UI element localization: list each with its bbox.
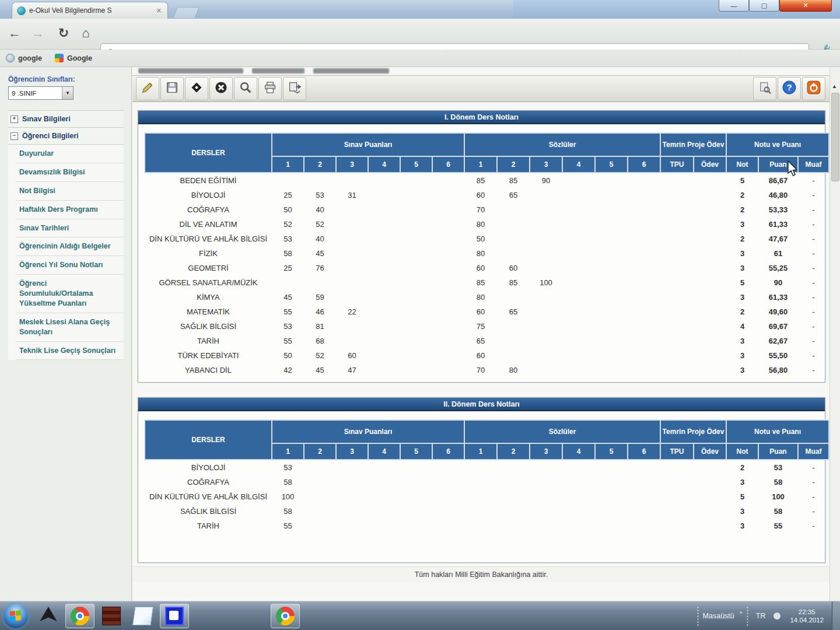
table-row: SAĞLIK BİLGİSİ58358-	[145, 504, 829, 519]
collapse-icon[interactable]: −	[10, 132, 18, 140]
toolbar-chevron-icon[interactable]: »	[740, 610, 743, 615]
sinav-score-cell	[368, 475, 400, 489]
table-row: TÜRK EDEBİYATI50526060355,50-	[145, 348, 829, 363]
sozlu-score-cell	[595, 475, 628, 489]
taskbar-app-chrome[interactable]	[65, 604, 94, 628]
sinav-score-cell	[400, 504, 432, 519]
sidebar-group-ogrenci-bilgileri[interactable]: −Öğrenci Bilgileri	[8, 128, 124, 145]
minimize-button[interactable]: —	[719, 0, 749, 12]
sidebar-item-teknik-lise-ge-i-sonu-lar-[interactable]: Teknik Lise Geçiş Sonuçları	[16, 342, 124, 360]
close-button[interactable]: ✕	[779, 0, 832, 12]
sidebar-item-haftal-k-ders-program-[interactable]: Haftalık Ders Programı	[16, 201, 124, 219]
maximize-button[interactable]: ▢	[749, 0, 779, 12]
taskbar-app-game[interactable]	[97, 604, 126, 628]
sozlu-score-cell	[497, 319, 530, 334]
sidebar-group-sinav-bilgileri[interactable]: +Sınav Bilgileri	[8, 111, 124, 128]
zoom-icon	[239, 80, 253, 97]
sinav-score-cell	[368, 246, 400, 261]
chrome-app-icon	[276, 607, 295, 625]
bookmark-item-google[interactable]: google	[6, 54, 42, 62]
expand-icon[interactable]: +	[10, 116, 18, 123]
sozlu-score-cell	[497, 504, 530, 519]
vertical-scrollbar[interactable]: ▲	[830, 67, 840, 601]
browser-tab[interactable]: e-Okul Veli Bilgilendirme S ✕	[12, 2, 168, 19]
help-button[interactable]: ?	[778, 77, 801, 100]
sidebar-item-duyurular[interactable]: Duyurular	[16, 145, 124, 163]
sidebar-item-meslek-lisesi-alana-ge-i-sonu-lar-[interactable]: Meslek Lisesi Alana Geçiş Sonuçları	[16, 313, 124, 342]
chevron-down-icon[interactable]: ▼	[62, 87, 73, 99]
sinav-score-cell: 52	[304, 348, 336, 363]
sidebar-item-s-nav-tarihleri[interactable]: Sınav Tarihleri	[16, 219, 124, 238]
sidebar-item--rencinin-ald-belgeler[interactable]: Öğrencinin Aldığı Belgeler	[16, 237, 124, 256]
scroll-up-icon[interactable]: ▲	[832, 83, 837, 89]
taskbar-app-chrome-2[interactable]	[271, 604, 300, 628]
edit-button[interactable]	[136, 77, 159, 100]
print-button[interactable]	[258, 77, 282, 100]
tab-close-icon[interactable]: ✕	[155, 7, 163, 15]
sinav-score-cell: 55	[272, 334, 304, 348]
sidebar-item-not-bilgisi[interactable]: Not Bilgisi	[16, 182, 124, 201]
export-button[interactable]	[283, 77, 306, 100]
home-button[interactable]: ⌂	[76, 23, 96, 43]
sinav-score-cell: 25	[272, 261, 304, 275]
logout-button[interactable]	[802, 77, 825, 100]
sinav-score-cell	[432, 304, 464, 319]
footer-copyright: Tüm hakları Milli Eğitim Bakanlığına ait…	[132, 566, 830, 582]
puan-cell: 46,80	[758, 188, 798, 202]
new-tab-button[interactable]	[173, 7, 200, 19]
scrollbar-thumb[interactable]	[831, 93, 839, 181]
sozlu-score-cell: 65	[497, 304, 530, 319]
sidebar-item--renci-sorumluluk-ortalama-y-kseltme-puanlar-[interactable]: Öğrenci Sorumluluk/Ortalama Yükseltme Pu…	[16, 275, 124, 313]
sinav-score-cell	[336, 261, 368, 275]
taskbar-clock[interactable]: 22:3514.04.2012	[790, 608, 824, 624]
taskbar-app-paint[interactable]	[160, 604, 189, 628]
sozlu-col-header: 6	[628, 156, 660, 173]
show-desktop-button[interactable]	[832, 601, 840, 630]
sozlu-score-cell	[562, 363, 595, 377]
back-button[interactable]: ←	[5, 23, 24, 43]
odev-cell	[694, 475, 726, 489]
tpu-cell	[660, 489, 694, 504]
not-cell: 3	[726, 504, 758, 519]
bookmark-item-google[interactable]: Google	[55, 54, 92, 62]
save-button[interactable]	[160, 77, 184, 100]
start-button[interactable]	[4, 604, 28, 628]
taskbar-app-security[interactable]	[34, 604, 63, 628]
sozlu-score-cell	[562, 261, 595, 275]
sozlu-score-cell	[562, 173, 595, 188]
taskbar-app-notepad[interactable]	[128, 604, 158, 628]
language-indicator[interactable]: TR	[756, 612, 766, 620]
sinav-score-cell: 47	[336, 363, 368, 377]
not-cell: 3	[726, 348, 758, 363]
sozlu-score-cell	[530, 246, 562, 261]
puan-cell: 69,67	[758, 319, 798, 334]
sinav-score-cell	[400, 261, 432, 275]
sinav-score-cell	[336, 173, 368, 188]
sinav-col-header: 5	[400, 443, 432, 460]
show-hidden-icons-button[interactable]	[774, 612, 780, 620]
print-icon	[263, 80, 277, 97]
sinav-score-cell	[432, 246, 464, 261]
report-button[interactable]	[185, 77, 208, 100]
desktop-toolbar-label[interactable]: Masaüstü»	[703, 612, 743, 620]
not-cell: 3	[726, 519, 758, 533]
zoom-button[interactable]	[234, 77, 257, 100]
odev-cell	[694, 519, 726, 533]
sozlu-score-cell	[628, 232, 660, 246]
print-preview-button[interactable]	[753, 77, 776, 100]
muaf-cell: -	[798, 504, 829, 519]
sinav-score-cell: 50	[272, 348, 304, 363]
table-title: I. Dönem Ders Notları	[138, 111, 825, 124]
class-select[interactable]: 9 .SINIF ▼	[8, 86, 74, 100]
column-group-notu: Notu ve Puanı	[726, 133, 829, 156]
not-cell: 3	[726, 246, 758, 261]
forward-button[interactable]: →	[28, 23, 48, 43]
refresh-button[interactable]: ↻	[54, 23, 74, 43]
close-circle-button[interactable]	[209, 77, 233, 100]
sidebar-item-devams-zl-k-bilgisi[interactable]: Devamsızlık Bilgisi	[16, 163, 124, 182]
empty-table-space	[138, 538, 825, 562]
sinav-score-cell	[432, 475, 464, 489]
sozlu-score-cell	[530, 261, 562, 275]
sidebar-item--renci-y-l-sonu-notlar-[interactable]: Öğrenci Yıl Sonu Notları	[16, 256, 124, 275]
sidebar: Öğrencinin Sınıfları: 9 .SINIF ▼ +Sınav …	[0, 67, 132, 601]
